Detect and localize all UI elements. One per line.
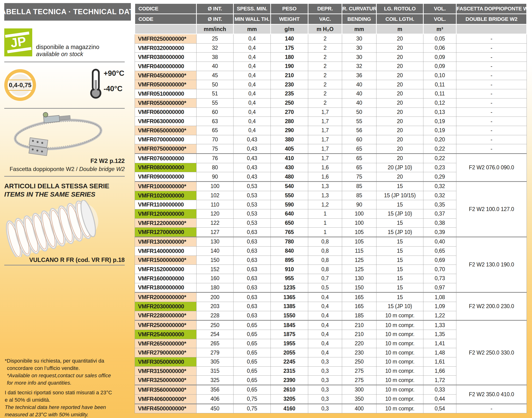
column-header: DOUBLE BRIDGE W2: [456, 14, 527, 24]
value-cell: 190: [271, 62, 308, 71]
value-cell: 1,2: [308, 200, 342, 209]
fascetta-cell: -: [456, 126, 527, 135]
code-cell: VMFR1800000000: [135, 283, 196, 292]
value-cell: 250: [196, 320, 233, 330]
value-cell: 25: [196, 34, 233, 44]
value-cell: 0,09: [423, 53, 456, 62]
fascetta-cell: -: [456, 43, 527, 53]
value-cell: 0,3: [308, 376, 342, 385]
value-cell: 0,4: [308, 339, 342, 348]
value-cell: 140: [271, 34, 308, 44]
column-header: Ø INT.: [196, 14, 233, 24]
value-cell: 120: [196, 209, 233, 219]
column-header: CODE: [135, 14, 196, 24]
hose-image: [2, 200, 104, 258]
value-cell: 0,63: [233, 274, 271, 283]
value-cell: 228: [196, 311, 233, 320]
value-cell: 65: [342, 153, 376, 163]
same-series-it: ARTICOLI DELLA STESSA SERIE: [4, 182, 109, 190]
value-cell: 20: [376, 135, 423, 144]
column-header: VOL.: [423, 14, 456, 24]
code-cell: VMFR1600000000: [135, 274, 196, 283]
code-cell: VMFR0320000000: [135, 43, 196, 53]
value-cell: 1,3: [308, 191, 342, 200]
value-cell: 100: [342, 209, 376, 219]
header-row-it: CODICEØ INT.SPESS. MIN.PESODEPR.R. CURVA…: [135, 4, 527, 14]
value-cell: 0,23: [423, 163, 456, 172]
value-cell: 20: [376, 71, 423, 80]
value-cell: 0,63: [233, 311, 271, 320]
unit-cell: m H₂O: [308, 24, 342, 34]
value-cell: 20: [376, 80, 423, 89]
value-cell: 2: [308, 53, 342, 62]
value-cell: 2: [308, 62, 342, 71]
value-cell: 127: [196, 228, 233, 237]
code-cell: VMFR3150000000*: [135, 366, 196, 376]
value-cell: 0,63: [233, 255, 271, 265]
fascetta-cell: -: [456, 62, 527, 71]
table-row: VMFR0250000000*250,4140230200,05-: [135, 34, 527, 44]
value-cell: 40: [196, 62, 233, 71]
value-cell: 15: [376, 200, 423, 209]
value-cell: 40: [342, 98, 376, 107]
clamp-caption-it: Fascetta doppioponte W2 /: [10, 166, 79, 172]
pressure-range: 0,4-0,75: [9, 80, 32, 91]
value-cell: 220: [342, 339, 376, 348]
value-cell: 0,53: [233, 218, 271, 228]
value-cell: 0,53: [233, 209, 271, 219]
value-cell: 75: [342, 172, 376, 182]
value-cell: 20: [376, 62, 423, 71]
code-cell: VMFR2030000000: [135, 302, 196, 311]
value-cell: 1: [308, 218, 342, 228]
code-cell: VMFR1000000000*: [135, 182, 196, 191]
value-cell: 0,3: [308, 357, 342, 367]
fascetta-cell: F2 W2 076.0 090.0: [456, 153, 527, 181]
table-row: VMFR0600000000600,42701,750200,13-: [135, 107, 527, 117]
value-cell: 20: [376, 107, 423, 117]
code-cell: VMFR0760000000: [135, 153, 196, 163]
value-cell: 0,53: [233, 182, 271, 191]
value-cell: 0,4: [308, 330, 342, 339]
value-cell: 0,32: [423, 182, 456, 191]
value-cell: 30: [342, 53, 376, 62]
footnote-line: The technical data here reported have be…: [5, 404, 112, 411]
hose-page-ref: VULCANO R FR (cod. VR FR) p.18: [4, 256, 125, 263]
fascetta-cell: F2 W2 130.0 190.0: [456, 237, 527, 292]
fascetta-cell: -: [456, 34, 527, 44]
value-cell: 2: [308, 98, 342, 107]
temperature-min: -40°C: [104, 84, 122, 93]
code-cell: VMFR1300000000*: [135, 237, 196, 246]
value-cell: 0,4: [233, 53, 271, 62]
value-cell: 30: [342, 34, 376, 44]
value-cell: 0,4: [233, 117, 271, 126]
value-cell: 1845: [271, 320, 308, 330]
value-cell: 15: [376, 274, 423, 283]
value-cell: 160: [196, 274, 233, 283]
value-cell: 1,33: [423, 320, 456, 330]
value-cell: 0,5: [308, 283, 342, 292]
divider: [4, 176, 125, 177]
value-cell: 10 m compr.: [376, 330, 423, 339]
pressure-badge: 0,4-0,75: [8, 72, 33, 98]
value-cell: 0,8: [308, 265, 342, 274]
value-cell: 550: [271, 191, 308, 200]
fascetta-cell: -: [456, 117, 527, 126]
value-cell: 0,63: [233, 265, 271, 274]
footnote-line: I dati tecnici riportati sono stati misu…: [5, 389, 112, 396]
value-cell: 0,38: [423, 218, 456, 228]
code-cell: VMFR0630000000: [135, 117, 196, 126]
value-cell: 90: [196, 172, 233, 182]
value-cell: 1,66: [423, 366, 456, 376]
table-row: VMFR2500000000*2500,6518450,421010 m com…: [135, 320, 527, 330]
value-cell: 0,32: [423, 191, 456, 200]
footnote-line: e al 50% di umidità.: [5, 396, 112, 404]
fascetta-cell: -: [456, 135, 527, 144]
value-cell: 300: [342, 385, 376, 395]
value-cell: 0,35: [423, 200, 456, 209]
value-cell: 780: [271, 237, 308, 246]
value-cell: 20: [376, 172, 423, 182]
value-cell: 0,65: [233, 339, 271, 348]
value-cell: 10 m compr.: [376, 366, 423, 376]
value-cell: 0,65: [423, 246, 456, 255]
value-cell: 0,65: [233, 330, 271, 339]
